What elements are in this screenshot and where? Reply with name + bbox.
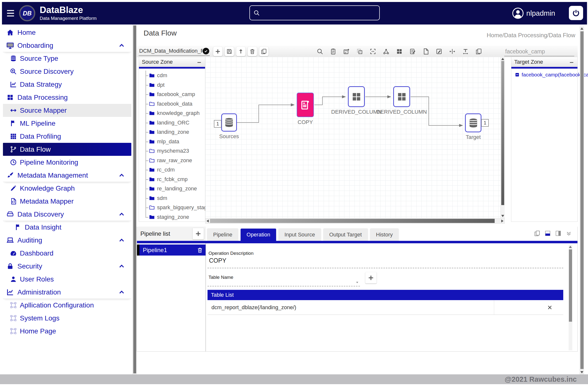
sidebar-item[interactable]: Home [3,26,131,39]
close-icon[interactable] [546,304,553,311]
source-zone-item[interactable]: landing_ORC [139,118,205,128]
canvas-tool-icon[interactable] [475,48,482,55]
panel-scrollbar-thumb[interactable] [569,250,572,322]
sidebar-item[interactable]: Data Processing [3,91,131,104]
scroll-right-arrow[interactable] [501,220,504,222]
flow-name[interactable]: DCM_Data_Modification_Flow_AS... [139,48,202,54]
source-zone-item[interactable]: sdm [139,194,205,203]
node-target[interactable]: 1 Target [465,114,482,132]
source-zone-item[interactable]: myschema23 [139,146,205,156]
canvas-tool-icon[interactable] [449,48,456,55]
minimize-icon[interactable] [196,59,202,65]
tab[interactable]: Output Target [324,228,368,241]
flow-canvas[interactable]: 1 Sources COPY DERIVED_COLUMN DERIVED_CO… [205,57,505,218]
toolbar-action-button[interactable] [248,47,257,56]
chevron-up-icon[interactable] [118,237,125,244]
operation-description-value[interactable]: COPY [209,257,226,264]
toolbar-action-button[interactable] [259,47,268,56]
source-zone-item[interactable]: re_landing_zone [139,184,205,194]
tab[interactable]: History [370,228,398,241]
main-scrollbar-thumb[interactable] [580,31,584,369]
canvas-vscroll-thumb[interactable] [501,61,504,205]
source-zone-item[interactable]: staging_zone [139,212,205,222]
toolbar-action-button[interactable] [236,47,246,56]
chevron-up-icon[interactable] [118,289,125,296]
breadcrumb[interactable]: Home/Data Processing/Data Flow [487,32,575,39]
source-zone-item[interactable]: facebook_camp [139,90,205,99]
logout-button[interactable] [569,6,583,20]
canvas-tool-icon[interactable] [383,48,390,55]
canvas-tool-icon[interactable] [409,48,416,55]
sidebar-item[interactable]: Source Mapper [3,104,131,117]
canvas-tool-icon[interactable] [356,48,363,55]
tab[interactable]: Input Source [278,228,321,241]
scroll-up-arrow[interactable] [580,28,583,30]
sidebar-scrollbar[interactable] [132,24,137,374]
pipeline-list-item[interactable]: Pipeline1 [137,244,206,256]
canvas-tool-icon[interactable] [436,48,442,55]
canvas-tool-icon[interactable] [370,48,376,55]
dropdown-caret-icon[interactable] [354,280,360,284]
panel-view-icon[interactable] [555,230,562,237]
source-zone-item[interactable]: rc_fcbk_cmp [139,175,205,184]
node-derived-column-2[interactable]: DERIVED_COLUMN [393,86,410,107]
source-zone-item[interactable]: rc_cdm [139,165,205,175]
table-list-row[interactable]: dcm_report_dblaze(/landing_zone/) [208,300,563,315]
sidebar-item[interactable]: Data Flow [3,143,131,156]
minimize-icon[interactable] [569,59,574,65]
sidebar-item[interactable]: User Roles [3,273,131,286]
scroll-up-arrow[interactable] [501,58,504,60]
canvas-tool-icon[interactable] [462,48,469,55]
chevron-up-icon[interactable] [118,211,125,218]
sidebar-item[interactable]: Knowledge Graph [3,182,131,195]
tab[interactable]: Operation [240,228,276,241]
canvas-tool-icon[interactable] [396,48,403,55]
canvas-tool-icon[interactable] [343,48,350,55]
node-sources[interactable]: 1 Sources [221,114,237,132]
add-pipeline-button[interactable] [192,228,204,239]
canvas-tool-icon[interactable] [316,48,324,55]
scroll-up-arrow[interactable] [569,246,572,248]
flow-name-field[interactable]: DCM_Data_Modification_Flow_AS... [139,47,210,56]
source-zone-item[interactable]: dpt [139,80,205,90]
source-zone-item[interactable]: raw_raw_zone [139,156,205,166]
table-filter-input[interactable] [504,48,574,56]
sidebar-item[interactable]: Security [3,260,131,273]
sidebar-item[interactable]: Data Discovery [3,208,131,221]
source-zone-item[interactable]: knowledge_graph [139,108,205,118]
add-table-button[interactable] [365,272,376,284]
panel-scrollbar[interactable] [569,245,572,350]
sidebar-item[interactable]: Metadata Management [3,169,131,182]
chevron-up-icon[interactable] [118,263,125,270]
sidebar-item[interactable]: System Logs [3,312,131,324]
hamburger-menu-icon[interactable] [6,8,15,18]
trash-icon[interactable] [197,247,203,253]
source-zone-item[interactable]: facebook_data [139,99,205,109]
scroll-left-arrow[interactable] [206,220,209,222]
tab[interactable]: Pipeline [207,228,238,241]
sidebar-item[interactable]: Onboarding [3,39,131,52]
sidebar-item[interactable]: Source Discovery [3,65,131,78]
panel-view-icon[interactable] [544,230,551,237]
source-zone-item[interactable]: landing_zone [139,128,205,137]
toolbar-action-button[interactable] [225,47,234,56]
scroll-down-arrow[interactable] [501,215,504,217]
sidebar-item[interactable]: Metadata Mapper [3,195,131,208]
source-zone-item[interactable]: spark_bigquery_staging_us [139,203,205,212]
chevron-up-icon[interactable] [118,42,125,49]
node-derived-column-1[interactable]: DERIVED_COLUMN [348,86,365,107]
sidebar-item[interactable]: Dashboard [3,247,131,260]
panel-view-icon[interactable] [566,230,572,237]
sidebar-item[interactable]: Home Page [3,324,131,338]
canvas-tool-icon[interactable] [330,48,337,55]
source-zone-item[interactable]: cdm [139,71,205,80]
sidebar-item[interactable]: Data Profiling [3,130,131,143]
sidebar-item[interactable]: Data Insight [3,221,131,234]
canvas-hscroll-thumb[interactable] [210,219,495,223]
sidebar-item[interactable]: Source Type [3,52,131,65]
sidebar-item[interactable]: Administration [3,286,131,299]
node-copy[interactable]: COPY [297,92,314,117]
sidebar-item[interactable]: ML Pipeline [3,117,131,130]
canvas-vertical-scrollbar[interactable] [500,57,505,218]
chevron-up-icon[interactable] [118,172,125,178]
